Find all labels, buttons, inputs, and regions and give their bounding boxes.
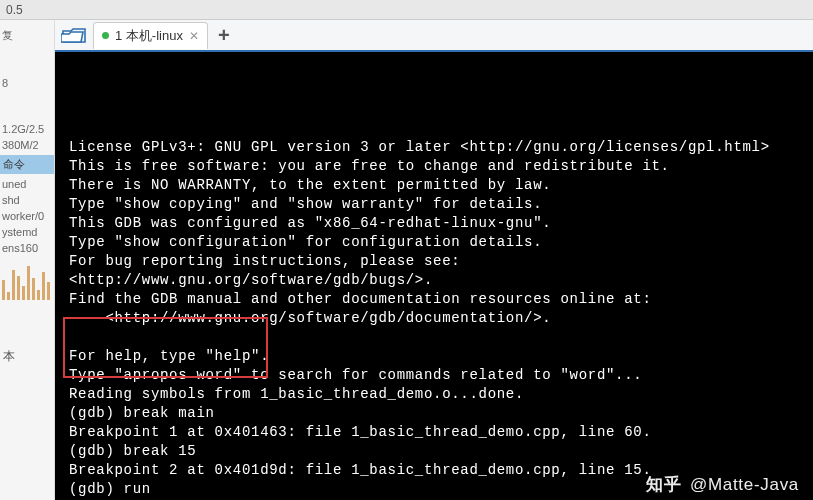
sidebar-item[interactable]: ens160 <box>0 240 54 256</box>
sidebar: 复 8 1.2G/2.5 380M/2 命令 uned shd worker/0… <box>0 20 55 500</box>
terminal-line: Breakpoint 1 at 0x401463: file 1_basic_t… <box>69 423 799 442</box>
terminal-line: Type "show configuration" for configurat… <box>69 233 799 252</box>
main-area: 复 8 1.2G/2.5 380M/2 命令 uned shd worker/0… <box>0 20 813 500</box>
terminal-line: <http://www.gnu.org/software/gdb/documen… <box>69 309 799 328</box>
sidebar-item[interactable]: shd <box>0 192 54 208</box>
close-icon[interactable]: ✕ <box>189 29 199 43</box>
tab-title: 1 本机-linux <box>115 27 183 45</box>
version-text: 0.5 <box>6 3 23 17</box>
spark-bar <box>47 282 50 300</box>
sidebar-num: 8 <box>0 75 54 91</box>
sidebar-item[interactable]: worker/0 <box>0 208 54 224</box>
right-pane: 1 本机-linux ✕ + 知乎 @Matte-Java License GP… <box>55 20 813 500</box>
terminal-line: (gdb) break 15 <box>69 442 799 461</box>
terminal-line: Find the GDB manual and other documentat… <box>69 290 799 309</box>
terminal-line: (gdb) break main <box>69 404 799 423</box>
watermark-handle: @Matte-Java <box>690 475 799 494</box>
spark-bar <box>32 278 35 300</box>
spark-bar <box>27 266 30 300</box>
top-version-bar: 0.5 <box>0 0 813 20</box>
terminal-line: For bug reporting instructions, please s… <box>69 252 799 271</box>
add-tab-button[interactable]: + <box>210 24 238 47</box>
status-dot-icon <box>102 32 109 39</box>
spark-bar <box>12 270 15 300</box>
spark-bar <box>17 276 20 300</box>
terminal-line <box>69 328 799 347</box>
terminal-line: Type "apropos word" to search for comman… <box>69 366 799 385</box>
spark-bar <box>22 286 25 300</box>
terminal-line: <http://www.gnu.org/software/gdb/bugs/>. <box>69 271 799 290</box>
terminal-line: License GPLv3+: GNU GPL version 3 or lat… <box>69 138 799 157</box>
terminal-line: For help, type "help". <box>69 347 799 366</box>
terminal-line: This is free software: you are free to c… <box>69 157 799 176</box>
terminal-line: Reading symbols from 1_basic_thread_demo… <box>69 385 799 404</box>
spark-bar <box>7 292 10 300</box>
watermark-logo: 知乎 <box>646 475 682 494</box>
sidebar-item[interactable]: ystemd <box>0 224 54 240</box>
spark-bar <box>2 280 5 300</box>
folder-icon[interactable] <box>61 25 87 45</box>
terminal-line: There is NO WARRANTY, to the extent perm… <box>69 176 799 195</box>
sidebar-disk: 1.2G/2.5 <box>0 121 54 137</box>
terminal[interactable]: 知乎 @Matte-Java License GPLv3+: GNU GPL v… <box>55 52 813 500</box>
terminal-line: This GDB was configured as "x86_64-redha… <box>69 214 799 233</box>
sidebar-mem: 380M/2 <box>0 137 54 153</box>
sidebar-header: 命令 <box>0 155 54 174</box>
spark-bar <box>37 290 40 300</box>
tab-bar: 1 本机-linux ✕ + <box>55 20 813 52</box>
sidebar-copy: 复 <box>0 26 54 45</box>
sidebar-item[interactable]: uned <box>0 176 54 192</box>
spark-bar <box>42 272 45 300</box>
terminal-line: Type "show copying" and "show warranty" … <box>69 195 799 214</box>
watermark: 知乎 @Matte-Java <box>646 475 799 494</box>
sidebar-sparkline <box>2 260 52 300</box>
sidebar-bottom: 本 <box>0 344 54 369</box>
tab-localhost[interactable]: 1 本机-linux ✕ <box>93 22 208 49</box>
